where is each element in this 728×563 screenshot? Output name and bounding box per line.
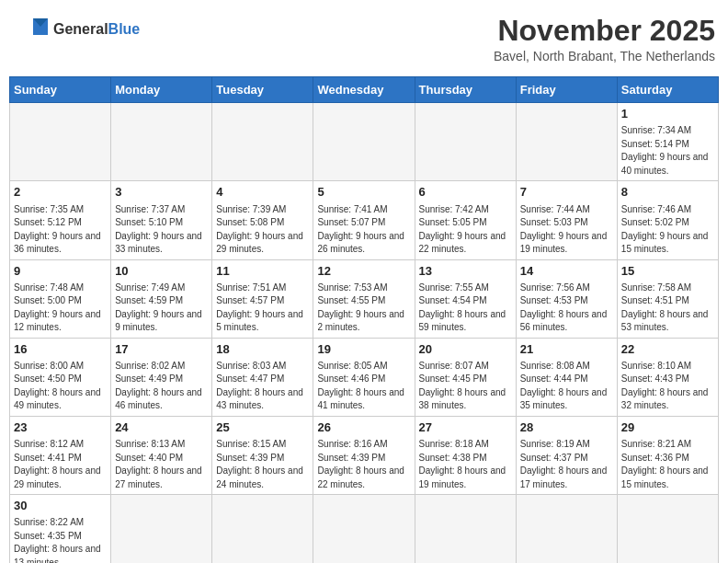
calendar-cell: 29Sunrise: 8:21 AM Sunset: 4:36 PM Dayli… — [617, 416, 718, 494]
location-title: Bavel, North Brabant, The Netherlands — [494, 49, 715, 63]
day-number: 3 — [115, 184, 208, 201]
calendar-cell: 27Sunrise: 8:18 AM Sunset: 4:38 PM Dayli… — [415, 416, 516, 494]
calendar-cell: 18Sunrise: 8:03 AM Sunset: 4:47 PM Dayli… — [212, 338, 313, 416]
calendar-cell: 11Sunrise: 7:51 AM Sunset: 4:57 PM Dayli… — [212, 259, 313, 338]
calendar-cell: 1Sunrise: 7:34 AM Sunset: 5:14 PM Daylig… — [617, 103, 718, 181]
header-saturday: Saturday — [617, 77, 718, 103]
calendar-cell: 8Sunrise: 7:46 AM Sunset: 5:02 PM Daylig… — [617, 181, 718, 259]
day-number: 1 — [621, 106, 714, 122]
header-tuesday: Tuesday — [212, 77, 313, 103]
day-info: Sunrise: 8:07 AM Sunset: 4:45 PM Dayligh… — [419, 360, 512, 413]
day-number: 15 — [621, 263, 714, 280]
day-info: Sunrise: 8:13 AM Sunset: 4:40 PM Dayligh… — [115, 438, 208, 491]
calendar-cell: 26Sunrise: 8:16 AM Sunset: 4:39 PM Dayli… — [313, 416, 415, 494]
logo-area: GeneralBlue — [13, 15, 140, 44]
calendar-cell — [415, 103, 516, 181]
calendar-cell: 4Sunrise: 7:39 AM Sunset: 5:08 PM Daylig… — [212, 181, 313, 259]
calendar-cell: 5Sunrise: 7:41 AM Sunset: 5:07 PM Daylig… — [313, 181, 415, 259]
day-number: 23 — [14, 419, 107, 436]
day-info: Sunrise: 7:48 AM Sunset: 5:00 PM Dayligh… — [14, 282, 107, 335]
calendar-cell — [111, 103, 212, 181]
calendar-cell: 9Sunrise: 7:48 AM Sunset: 5:00 PM Daylig… — [10, 259, 111, 338]
day-info: Sunrise: 8:12 AM Sunset: 4:41 PM Dayligh… — [14, 438, 107, 491]
calendar-cell: 6Sunrise: 7:42 AM Sunset: 5:05 PM Daylig… — [415, 181, 516, 259]
day-info: Sunrise: 8:22 AM Sunset: 4:35 PM Dayligh… — [14, 516, 107, 563]
day-info: Sunrise: 7:49 AM Sunset: 4:59 PM Dayligh… — [115, 282, 208, 335]
logo-text-general: General — [53, 21, 108, 37]
day-number: 17 — [115, 341, 208, 358]
calendar-cell: 21Sunrise: 8:08 AM Sunset: 4:44 PM Dayli… — [516, 338, 617, 416]
day-info: Sunrise: 8:18 AM Sunset: 4:38 PM Dayligh… — [419, 438, 512, 491]
calendar-cell: 14Sunrise: 7:56 AM Sunset: 4:53 PM Dayli… — [516, 259, 617, 338]
generalblue-logo-icon — [13, 15, 50, 44]
calendar-cell — [516, 495, 617, 563]
logo-text-blue: Blue — [108, 21, 141, 37]
day-number: 25 — [216, 419, 309, 436]
day-number: 9 — [14, 263, 107, 280]
calendar-cell — [10, 103, 111, 181]
day-info: Sunrise: 7:53 AM Sunset: 4:55 PM Dayligh… — [317, 282, 410, 335]
day-info: Sunrise: 7:46 AM Sunset: 5:02 PM Dayligh… — [621, 203, 714, 257]
day-info: Sunrise: 7:39 AM Sunset: 5:08 PM Dayligh… — [216, 203, 309, 257]
calendar-cell — [313, 103, 415, 181]
header-thursday: Thursday — [415, 77, 516, 103]
calendar-cell: 28Sunrise: 8:19 AM Sunset: 4:37 PM Dayli… — [516, 416, 617, 494]
day-info: Sunrise: 8:15 AM Sunset: 4:39 PM Dayligh… — [216, 438, 309, 491]
calendar-cell: 30Sunrise: 8:22 AM Sunset: 4:35 PM Dayli… — [10, 495, 111, 563]
day-number: 18 — [216, 341, 309, 358]
calendar-cell: 12Sunrise: 7:53 AM Sunset: 4:55 PM Dayli… — [313, 259, 415, 338]
month-title: November 2025 — [494, 15, 715, 47]
day-number: 10 — [115, 263, 208, 280]
title-area: November 2025 Bavel, North Brabant, The … — [494, 15, 715, 63]
calendar-cell — [111, 495, 212, 563]
day-info: Sunrise: 7:44 AM Sunset: 5:03 PM Dayligh… — [520, 203, 613, 257]
day-info: Sunrise: 8:16 AM Sunset: 4:39 PM Dayligh… — [317, 438, 410, 491]
day-number: 5 — [317, 184, 410, 201]
day-info: Sunrise: 8:00 AM Sunset: 4:50 PM Dayligh… — [14, 360, 107, 413]
day-info: Sunrise: 8:05 AM Sunset: 4:46 PM Dayligh… — [317, 360, 410, 413]
calendar-cell: 16Sunrise: 8:00 AM Sunset: 4:50 PM Dayli… — [10, 338, 111, 416]
day-info: Sunrise: 7:56 AM Sunset: 4:53 PM Dayligh… — [520, 282, 613, 335]
day-info: Sunrise: 7:37 AM Sunset: 5:10 PM Dayligh… — [115, 203, 208, 257]
calendar-cell: 3Sunrise: 7:37 AM Sunset: 5:10 PM Daylig… — [111, 181, 212, 259]
header-sunday: Sunday — [10, 77, 111, 103]
day-number: 30 — [14, 498, 107, 514]
day-info: Sunrise: 7:35 AM Sunset: 5:12 PM Dayligh… — [14, 203, 107, 257]
calendar-cell — [617, 495, 718, 563]
day-number: 20 — [419, 341, 512, 358]
day-number: 7 — [520, 184, 613, 201]
day-info: Sunrise: 8:10 AM Sunset: 4:43 PM Dayligh… — [621, 360, 714, 413]
day-number: 14 — [520, 263, 613, 280]
calendar-cell — [313, 495, 415, 563]
calendar-table: SundayMondayTuesdayWednesdayThursdayFrid… — [9, 76, 719, 563]
day-info: Sunrise: 7:58 AM Sunset: 4:51 PM Dayligh… — [621, 282, 714, 335]
day-number: 28 — [520, 419, 613, 436]
day-number: 21 — [520, 341, 613, 358]
calendar-cell: 7Sunrise: 7:44 AM Sunset: 5:03 PM Daylig… — [516, 181, 617, 259]
calendar-cell: 20Sunrise: 8:07 AM Sunset: 4:45 PM Dayli… — [415, 338, 516, 416]
calendar-header-row: SundayMondayTuesdayWednesdayThursdayFrid… — [10, 77, 719, 103]
day-number: 8 — [621, 184, 714, 201]
day-info: Sunrise: 8:02 AM Sunset: 4:49 PM Dayligh… — [115, 360, 208, 413]
day-number: 11 — [216, 263, 309, 280]
day-info: Sunrise: 8:21 AM Sunset: 4:36 PM Dayligh… — [621, 438, 714, 491]
calendar-cell: 25Sunrise: 8:15 AM Sunset: 4:39 PM Dayli… — [212, 416, 313, 494]
header: GeneralBlue November 2025 Bavel, North B… — [9, 9, 719, 69]
day-number: 12 — [317, 263, 410, 280]
day-number: 26 — [317, 419, 410, 436]
calendar-cell — [212, 495, 313, 563]
calendar-cell: 19Sunrise: 8:05 AM Sunset: 4:46 PM Dayli… — [313, 338, 415, 416]
day-info: Sunrise: 8:03 AM Sunset: 4:47 PM Dayligh… — [216, 360, 309, 413]
day-info: Sunrise: 8:08 AM Sunset: 4:44 PM Dayligh… — [520, 360, 613, 413]
day-number: 22 — [621, 341, 714, 358]
day-info: Sunrise: 7:55 AM Sunset: 4:54 PM Dayligh… — [419, 282, 512, 335]
calendar-cell: 17Sunrise: 8:02 AM Sunset: 4:49 PM Dayli… — [111, 338, 212, 416]
day-number: 29 — [621, 419, 714, 436]
calendar-cell: 22Sunrise: 8:10 AM Sunset: 4:43 PM Dayli… — [617, 338, 718, 416]
calendar-cell: 2Sunrise: 7:35 AM Sunset: 5:12 PM Daylig… — [10, 181, 111, 259]
day-number: 19 — [317, 341, 410, 358]
calendar-cell: 15Sunrise: 7:58 AM Sunset: 4:51 PM Dayli… — [617, 259, 718, 338]
day-number: 27 — [419, 419, 512, 436]
day-info: Sunrise: 7:41 AM Sunset: 5:07 PM Dayligh… — [317, 203, 410, 257]
day-number: 16 — [14, 341, 107, 358]
